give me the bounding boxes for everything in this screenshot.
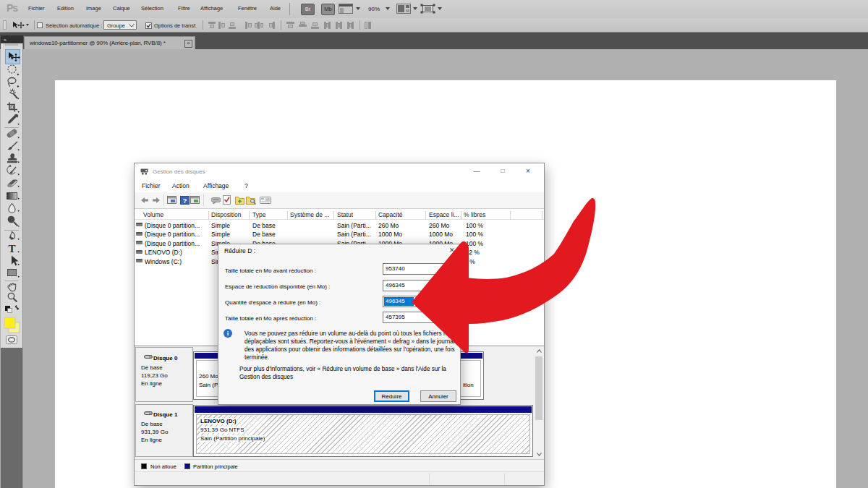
svg-text:T: T bbox=[8, 243, 15, 254]
svg-text:?: ? bbox=[183, 197, 187, 205]
